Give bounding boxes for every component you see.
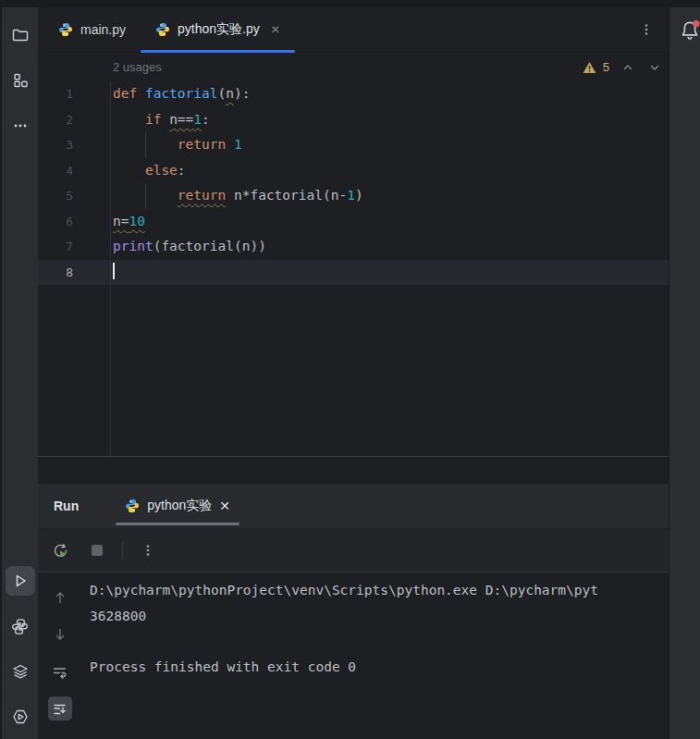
tab-python-shiyan-py[interactable]: python实验.py ✕ xyxy=(141,7,295,52)
window-top-edge xyxy=(0,0,700,7)
line-number: 6 xyxy=(38,209,111,235)
notifications-button[interactable] xyxy=(678,18,700,43)
stop-button[interactable] xyxy=(85,538,109,562)
kebab-icon xyxy=(141,543,155,558)
console-line xyxy=(90,629,669,655)
more-dots-icon xyxy=(12,117,29,134)
bell-icon xyxy=(678,18,700,43)
code-text: else: xyxy=(111,158,669,184)
line-number: 7 xyxy=(38,234,111,260)
down-stack-trace-button[interactable] xyxy=(48,622,72,647)
rerun-button[interactable] xyxy=(48,538,72,562)
arrow-down-icon xyxy=(53,627,68,642)
run-options-button[interactable] xyxy=(136,538,160,562)
code-line[interactable]: 2 if n==1: xyxy=(38,107,669,133)
scroll-to-end-button[interactable] xyxy=(48,696,72,721)
line-number: 5 xyxy=(38,183,111,209)
hexagon-play-icon xyxy=(11,708,30,726)
tool-window-stripe-left xyxy=(0,7,38,739)
console-line: Process finished with exit code 0 xyxy=(90,655,669,681)
console-line: D:\pycharm\pythonProject\venv\Scripts\py… xyxy=(90,578,669,604)
chevron-up-icon[interactable] xyxy=(621,61,634,74)
rerun-icon xyxy=(52,542,69,560)
editor-pane: 2 usages 5 1def factorial(n):2 if n==1:3… xyxy=(38,53,669,456)
pycharm-window: main.py python实验.py ✕ 2 usages xyxy=(0,0,700,739)
python-logo-icon xyxy=(58,22,73,37)
indent-guide xyxy=(145,132,146,158)
run-panel-header: Run python实验 ✕ xyxy=(38,484,669,529)
tab-label: main.py xyxy=(80,22,126,37)
chevron-down-icon[interactable] xyxy=(648,61,661,74)
tabbar-spacer xyxy=(295,7,639,52)
inspections-widget[interactable]: 5 xyxy=(583,60,661,74)
code-line[interactable]: 1def factorial(n): xyxy=(38,81,669,107)
python-packages-tool-button[interactable] xyxy=(6,611,35,641)
line-number: 4 xyxy=(38,158,111,184)
run-anything-tool-button[interactable] xyxy=(6,702,35,732)
code-text: def factorial(n): xyxy=(111,81,669,107)
inlay-hints-row: 2 usages 5 xyxy=(38,53,669,81)
print-button[interactable] xyxy=(48,733,72,739)
project-tool-button[interactable] xyxy=(6,20,35,50)
warning-triangle-icon xyxy=(583,61,596,74)
line-number: 1 xyxy=(38,81,111,107)
line-number: 8 xyxy=(38,260,111,286)
soft-wrap-icon xyxy=(52,664,68,680)
code-filler xyxy=(111,285,669,456)
line-number: 3 xyxy=(38,132,111,158)
close-icon[interactable]: ✕ xyxy=(219,499,230,513)
editor-console-splitter[interactable] xyxy=(38,456,669,483)
editor-options-button[interactable] xyxy=(639,7,654,52)
python-logo-icon xyxy=(125,499,140,513)
stop-icon xyxy=(90,543,104,558)
scroll-to-end-icon xyxy=(52,701,68,717)
tool-window-stripe-right xyxy=(669,7,700,739)
up-stack-trace-button[interactable] xyxy=(48,585,72,610)
close-icon[interactable]: ✕ xyxy=(271,23,280,36)
editor-empty-space xyxy=(38,285,669,456)
kebab-icon xyxy=(639,22,654,37)
layers-icon xyxy=(11,662,30,681)
code-text: n=10 xyxy=(111,209,669,235)
code-line[interactable]: 5 return n*factorial(n-1) xyxy=(38,183,669,209)
folder-icon xyxy=(11,26,30,44)
console-output[interactable]: D:\pycharm\pythonProject\venv\Scripts\py… xyxy=(81,573,669,739)
structure-tool-button[interactable] xyxy=(6,66,35,95)
main-area: main.py python实验.py ✕ 2 usages xyxy=(38,7,669,739)
tab-main-py[interactable]: main.py xyxy=(43,7,141,52)
python-logo-icon xyxy=(155,22,170,37)
code-text: return 1 xyxy=(111,132,669,158)
code-text: return n*factorial(n-1) xyxy=(111,183,669,209)
active-tab-indicator xyxy=(141,50,295,53)
warning-count: 5 xyxy=(603,60,609,74)
indent-guide xyxy=(145,183,146,209)
run-config-tab[interactable]: python实验 ✕ xyxy=(116,484,239,528)
services-tool-button[interactable] xyxy=(6,657,35,686)
code-line[interactable]: 8 xyxy=(38,260,669,286)
run-tool-button[interactable] xyxy=(6,566,35,596)
code-line[interactable]: 3 return 1 xyxy=(38,132,669,158)
code-line[interactable]: 6n=10 xyxy=(38,209,669,235)
code-text: if n==1: xyxy=(111,107,669,133)
python-outline-icon xyxy=(11,618,29,635)
run-tool-window: Run python实验 ✕ xyxy=(38,483,669,739)
run-toolbar xyxy=(38,529,669,573)
usages-hint[interactable]: 2 usages xyxy=(113,60,162,74)
code-text: print(factorial(n)) xyxy=(111,234,669,260)
gutter-filler xyxy=(38,285,111,456)
run-console: D:\pycharm\pythonProject\venv\Scripts\py… xyxy=(38,573,669,739)
run-panel-title: Run xyxy=(54,499,79,513)
line-number: 2 xyxy=(38,107,111,133)
more-tool-windows-button[interactable] xyxy=(6,111,35,141)
text-caret xyxy=(113,263,115,279)
code-line[interactable]: 4 else: xyxy=(38,158,669,184)
run-play-icon xyxy=(11,572,30,590)
code-area[interactable]: 1def factorial(n):2 if n==1:3 return 14 … xyxy=(38,81,669,456)
run-tab-label: python实验 xyxy=(147,498,212,514)
structure-icon xyxy=(12,72,29,89)
toolbar-separator xyxy=(122,541,123,560)
editor-tab-bar: main.py python实验.py ✕ xyxy=(38,7,669,53)
soft-wrap-button[interactable] xyxy=(48,659,72,684)
tab-label: python实验.py xyxy=(178,21,260,38)
code-line[interactable]: 7print(factorial(n)) xyxy=(38,234,669,260)
